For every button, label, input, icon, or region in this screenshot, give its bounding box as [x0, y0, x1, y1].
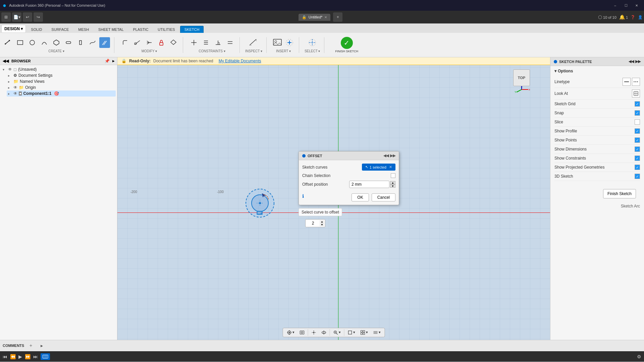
- eye-icon-comp[interactable]: 👁: [13, 91, 17, 96]
- display-mode-button[interactable]: ▾: [346, 329, 357, 336]
- tab-utilities[interactable]: UTILITIES: [153, 26, 179, 33]
- document-tab[interactable]: 🔒 Untitled* ✕: [299, 14, 331, 21]
- show-points-checkbox[interactable]: ✓: [635, 137, 640, 143]
- line-tool[interactable]: [3, 37, 13, 48]
- chain-selection-checkbox[interactable]: [391, 173, 395, 178]
- show-projected-checkbox[interactable]: ✓: [635, 165, 640, 170]
- fillet-tool[interactable]: [120, 37, 130, 48]
- dialog-expand-icon[interactable]: ▶▶: [390, 154, 395, 158]
- finish-sketch-button[interactable]: ✓ FINISH SKETCH: [332, 36, 361, 54]
- sketch-grid-checkbox[interactable]: ✓: [635, 101, 640, 107]
- skip-back-button[interactable]: ⏮: [3, 354, 7, 359]
- sketch-3d-checkbox[interactable]: ✓: [635, 174, 640, 179]
- view-cube-top[interactable]: TOP: [513, 69, 530, 86]
- linetype-solid-button[interactable]: [623, 78, 631, 86]
- editable-documents-link[interactable]: My Editable Documents: [219, 59, 261, 63]
- grid-button[interactable]: ▾: [359, 329, 370, 336]
- play-button[interactable]: ▶: [18, 354, 22, 359]
- sketch-object[interactable]: [241, 185, 272, 215]
- tree-item-origin[interactable]: ▸ 👁 📁 Origin: [7, 84, 116, 90]
- show-constraints-checkbox[interactable]: ✓: [635, 156, 640, 161]
- spline-tool[interactable]: [87, 37, 98, 48]
- menu-grid-button[interactable]: ⊞: [1, 12, 11, 22]
- minimize-button[interactable]: –: [610, 2, 620, 9]
- dialog-collapse-icon[interactable]: ◀◀: [383, 154, 389, 158]
- clear-selection-button[interactable]: ✕: [389, 165, 392, 169]
- rectangle-tool[interactable]: [15, 37, 25, 48]
- snap-tool-button[interactable]: ▾: [285, 329, 297, 336]
- arc-tool[interactable]: [39, 37, 50, 48]
- linetype-dashed-button[interactable]: [632, 78, 640, 86]
- offset-position-input[interactable]: [349, 181, 389, 188]
- offset-val-up[interactable]: ▲: [320, 220, 324, 223]
- show-dimensions-checkbox[interactable]: ✓: [635, 146, 640, 152]
- tab-plastic[interactable]: PLASTIC: [129, 26, 153, 33]
- palette-collapse-icon[interactable]: ◀◀: [629, 59, 634, 64]
- info-icon[interactable]: ℹ: [302, 193, 304, 199]
- slot-tool[interactable]: [63, 37, 74, 48]
- target-icon-comp[interactable]: 🎯: [54, 91, 59, 96]
- capture-image-button[interactable]: [298, 329, 307, 336]
- slice-checkbox[interactable]: [635, 119, 640, 125]
- undo-button[interactable]: ↩: [23, 12, 32, 22]
- finish-sketch-palette-button[interactable]: Finish Sketch: [603, 189, 636, 198]
- perpendicular-constraint[interactable]: [213, 37, 223, 48]
- tree-item-doc-settings[interactable]: ▸ ⚙ Document Settings: [7, 72, 116, 78]
- tree-item-named-views[interactable]: ▸ 📁 Named Views: [7, 78, 116, 84]
- prev-button[interactable]: ⏪: [10, 354, 16, 359]
- tree-item-unsaved[interactable]: ▾ 👁 ◻ (Unsaved): [1, 66, 116, 72]
- offset-tool[interactable]: [99, 37, 110, 48]
- insert-dxf[interactable]: [284, 37, 295, 48]
- tree-item-component[interactable]: ▸ 👁 ■ Component1:1 🎯: [7, 90, 116, 97]
- close-button[interactable]: ✕: [632, 2, 641, 9]
- tab-mesh[interactable]: MESH: [74, 26, 93, 33]
- eye-icon-origin[interactable]: 👁: [13, 85, 17, 90]
- expand-comments-button[interactable]: ▸: [38, 342, 46, 350]
- polygon-tool[interactable]: [51, 37, 62, 48]
- tab-solid[interactable]: SOLID: [26, 26, 46, 33]
- offset-value-input[interactable]: [306, 221, 320, 226]
- tab-sketch[interactable]: SKETCH: [180, 26, 204, 33]
- snap-checkbox[interactable]: ✓: [635, 110, 640, 116]
- pattern-tool[interactable]: [168, 37, 179, 48]
- notification-badge[interactable]: 🔔 1: [619, 14, 628, 20]
- help-button[interactable]: ❓: [631, 15, 635, 19]
- redo-button[interactable]: ↪: [34, 12, 43, 22]
- tab-sheet-metal[interactable]: SHEET METAL: [94, 26, 128, 33]
- file-menu-button[interactable]: 📄▾: [12, 12, 21, 22]
- lock-tool[interactable]: [156, 37, 167, 48]
- sketch-curves-selected-btn[interactable]: ↖ 1 selected ✕: [362, 164, 395, 171]
- circle-tool[interactable]: [27, 37, 38, 48]
- coincident-constraint[interactable]: [189, 37, 199, 48]
- look-at-button[interactable]: [632, 89, 640, 98]
- next-button[interactable]: ⏩: [25, 354, 31, 359]
- arrow-left-icon[interactable]: ◀◀: [3, 59, 9, 63]
- skip-fwd-button[interactable]: ⏭: [33, 354, 38, 359]
- spin-up-button[interactable]: ▲: [390, 181, 395, 184]
- trim-tool[interactable]: [132, 37, 143, 48]
- extend-tool[interactable]: [144, 37, 155, 48]
- parallel-constraint[interactable]: [201, 37, 211, 48]
- add-tab-button[interactable]: +: [333, 12, 342, 22]
- spin-down-button[interactable]: ▼: [390, 184, 395, 188]
- eye-icon-unsaved[interactable]: 👁: [8, 67, 12, 72]
- browser-expand-icon[interactable]: ▸: [112, 59, 114, 63]
- canvas-area[interactable]: -200 -100 🔒 Read-Only: Document limit ha…: [117, 57, 550, 340]
- select-tool[interactable]: [307, 37, 318, 48]
- cancel-button[interactable]: Cancel: [372, 193, 395, 201]
- account-button[interactable]: 👤: [638, 15, 643, 19]
- maximize-button[interactable]: ☐: [621, 2, 631, 9]
- add-comment-button[interactable]: ＋: [27, 342, 35, 350]
- orbit-button[interactable]: [320, 329, 328, 336]
- timeline-icon[interactable]: [41, 353, 50, 360]
- design-dropdown[interactable]: DESIGN ▾: [1, 25, 26, 33]
- pan-button[interactable]: [310, 329, 318, 336]
- ok-button[interactable]: OK: [352, 193, 369, 201]
- tab-close-button[interactable]: ✕: [324, 15, 327, 19]
- browser-pin-icon[interactable]: 📌: [105, 59, 110, 63]
- equal-constraint[interactable]: [225, 37, 235, 48]
- tab-surface[interactable]: SURFACE: [47, 26, 73, 33]
- point-tool[interactable]: [75, 37, 86, 48]
- offset-val-down[interactable]: ▼: [320, 223, 324, 226]
- show-profile-checkbox[interactable]: ✓: [635, 128, 640, 134]
